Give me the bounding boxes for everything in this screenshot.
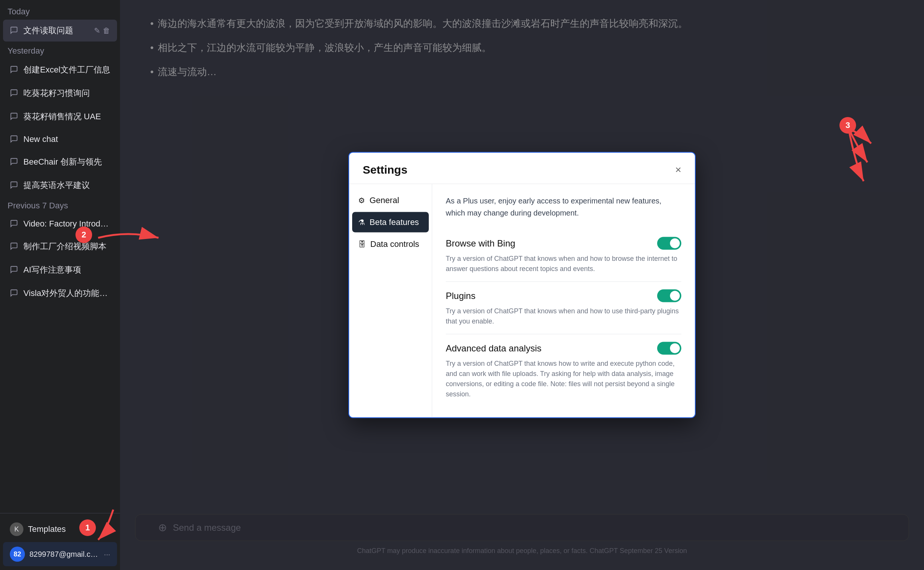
feature-plugins: Plugins Try a version of ChatGPT that kn… [446, 282, 681, 334]
sidebar-item-yest-6[interactable]: 提高英语水平建议 [3, 174, 117, 196]
chat-icon-p2 [10, 242, 19, 251]
data-icon: 🗄 [358, 240, 366, 248]
sidebar-item-yest-3[interactable]: 葵花籽销售情况 UAE [3, 106, 117, 128]
modal-nav-general-label: General [370, 196, 399, 205]
sidebar-item-new-chat-text: New chat [23, 134, 110, 144]
badge-2: 2 [75, 226, 92, 243]
sidebar-item-yest-1[interactable]: 创建Excel文件工厂信息 [3, 59, 117, 81]
sidebar-item-today-1[interactable]: 文件读取问题 ✎ 🗑 [3, 20, 117, 42]
feature-ada-desc: Try a version of ChatGPT that knows how … [446, 359, 681, 399]
sidebar-bottom: K Templates 82 8299787@gmail.com ··· [0, 513, 120, 570]
chat-icon-y2 [10, 89, 19, 98]
sidebar-item-yest-5-text: BeeChair 创新与领先 [23, 156, 110, 168]
toggle-slider-bing [657, 237, 681, 250]
sidebar-item-p7-1[interactable]: Video: Factory Introduction C [3, 214, 117, 234]
modal-nav-data[interactable]: 🗄 Data controls [352, 234, 429, 254]
chat-icon-p3 [10, 265, 19, 274]
modal-body: ⚙ General ⚗ Beta features 🗄 Data control… [349, 184, 695, 417]
sidebar-item-p7-4[interactable]: Visla对外贸人的功能帮助 [3, 282, 117, 304]
modal-content: As a Plus user, enjoy early access to ex… [432, 184, 695, 417]
modal-description: As a Plus user, enjoy early access to ex… [446, 195, 681, 219]
chat-icon-p1 [10, 219, 19, 228]
modal-nav-beta-label: Beta features [370, 217, 419, 227]
sidebar-item-p7-2-text: 制作工厂介绍视频脚本 [23, 241, 110, 252]
modal-title: Settings [363, 163, 407, 176]
badge-3: 3 [839, 117, 856, 134]
chat-icon-y5 [10, 157, 19, 166]
feature-bing-toggle[interactable] [657, 237, 681, 250]
feature-ada: Advanced data analysis Try a version of … [446, 334, 681, 407]
templates-item[interactable]: K Templates [3, 517, 117, 541]
chat-icon-y6 [10, 181, 19, 190]
sidebar-item-yest-1-text: 创建Excel文件工厂信息 [23, 64, 110, 75]
sidebar-item-p7-2[interactable]: 制作工厂介绍视频脚本 [3, 236, 117, 257]
feature-plugins-desc: Try a version of ChatGPT that knows when… [446, 306, 681, 327]
sidebar-today-label: Today [0, 3, 120, 19]
gear-icon: ⚙ [358, 196, 365, 205]
sidebar-item-yest-3-text: 葵花籽销售情况 UAE [23, 111, 110, 122]
feature-plugins-toggle[interactable] [657, 290, 681, 302]
feature-plugins-name: Plugins [446, 291, 476, 301]
user-more-button[interactable]: ··· [104, 550, 110, 559]
sidebar-item-p7-3[interactable]: AI写作注意事项 [3, 259, 117, 281]
chat-icon-y1 [10, 65, 19, 74]
user-email: 8299787@gmail.com [29, 550, 99, 559]
feature-ada-toggle[interactable] [657, 342, 681, 355]
sidebar-item-yest-2-text: 吃葵花籽习惯询问 [23, 88, 110, 99]
modal-nav-data-label: Data controls [370, 239, 419, 249]
chat-icon-y3 [10, 112, 19, 121]
feature-bing-name: Browse with Bing [446, 238, 515, 249]
sidebar-prev7-label: Previous 7 Days [0, 197, 120, 213]
chat-icon [10, 26, 19, 35]
feature-plugins-header: Plugins [446, 290, 681, 302]
toggle-slider-ada [657, 342, 681, 355]
modal-close-button[interactable]: × [675, 165, 681, 175]
settings-modal: Settings × ⚙ General ⚗ Beta features 🗄 D… [348, 152, 696, 418]
feature-bing-desc: Try a version of ChatGPT that knows when… [446, 254, 681, 274]
sidebar-item-yest-5[interactable]: BeeChair 创新与领先 [3, 151, 117, 173]
sidebar-item-actions[interactable]: ✎ 🗑 [94, 26, 110, 35]
feature-bing-header: Browse with Bing [446, 237, 681, 250]
chat-icon-y4 [10, 135, 19, 144]
sidebar-item-p7-3-text: AI写作注意事项 [23, 264, 110, 276]
user-bar[interactable]: 82 8299787@gmail.com ··· [3, 542, 117, 566]
feature-ada-header: Advanced data analysis [446, 342, 681, 355]
beta-icon: ⚗ [358, 218, 365, 227]
feature-bing: Browse with Bing Try a version of ChatGP… [446, 230, 681, 282]
toggle-slider-plugins [657, 290, 681, 302]
sidebar-item-yest-6-text: 提高英语水平建议 [23, 180, 110, 191]
badge-1: 1 [79, 519, 96, 536]
templates-label: Templates [28, 524, 66, 534]
modal-nav-beta[interactable]: ⚗ Beta features [352, 212, 429, 233]
chat-icon-p4 [10, 289, 19, 298]
sidebar: Today 文件读取问题 ✎ 🗑 Yesterday 创建Excel文件工厂信息… [0, 0, 120, 570]
feature-ada-name: Advanced data analysis [446, 343, 542, 354]
sidebar-item-p7-4-text: Visla对外贸人的功能帮助 [23, 288, 110, 299]
modal-nav: ⚙ General ⚗ Beta features 🗄 Data control… [349, 184, 432, 417]
sidebar-item-new-chat[interactable]: New chat [3, 129, 117, 149]
sidebar-item-p7-1-text: Video: Factory Introduction C [23, 219, 110, 229]
sidebar-item-yest-2[interactable]: 吃葵花籽习惯询问 [3, 82, 117, 104]
user-avatar: 82 [10, 547, 25, 562]
main-area: 海边的海水通常有更大的波浪，因为它受到开放海域的风的影响。大的波浪撞击沙滩或岩石… [120, 0, 924, 570]
user-avatar-number: 82 [14, 550, 21, 558]
modal-nav-general[interactable]: ⚙ General [352, 190, 429, 211]
sidebar-item-today-1-text: 文件读取问题 [23, 25, 89, 36]
modal-header: Settings × [349, 153, 695, 184]
templates-icon: K [10, 522, 23, 536]
sidebar-yesterday-label: Yesterday [0, 42, 120, 58]
